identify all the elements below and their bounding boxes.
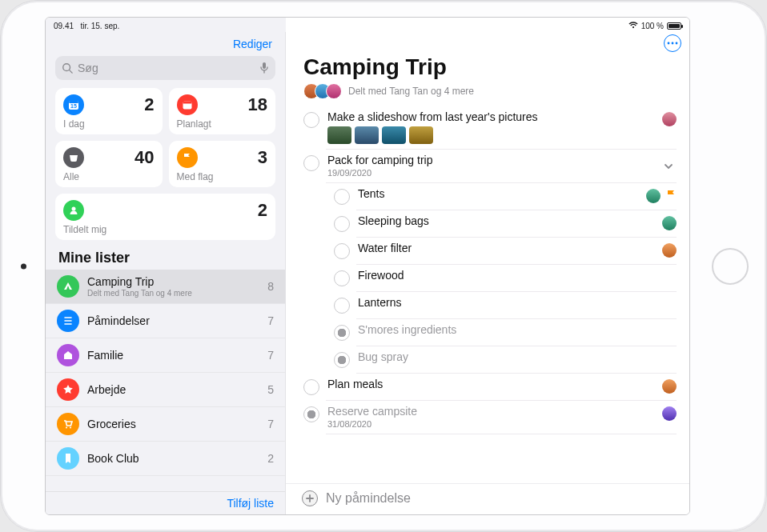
task-row[interactable]: Plan meals <box>286 373 689 400</box>
task-title: Reserve campsite <box>327 405 654 418</box>
shared-with-row[interactable]: Delt med Tang Tan og 4 mere <box>286 80 689 106</box>
task-checkbox[interactable] <box>334 325 350 341</box>
assignee-avatar <box>662 243 677 258</box>
svg-point-8 <box>72 207 76 211</box>
smart-list-today[interactable]: 15 2 I dag <box>55 88 163 134</box>
list-name: Camping Trip <box>87 275 259 288</box>
photo-thumb[interactable] <box>355 126 379 144</box>
mic-icon[interactable] <box>259 62 269 74</box>
list-row-work[interactable]: Arbejde 5 <box>46 373 285 407</box>
task-checkbox[interactable] <box>334 298 350 314</box>
home-button[interactable] <box>712 248 749 285</box>
smart-list-scheduled[interactable]: 18 Planlagt <box>169 88 276 134</box>
wifi-icon <box>628 21 638 30</box>
task-row[interactable]: Lanterns <box>286 291 689 318</box>
attachment-thumbnails[interactable] <box>327 126 654 144</box>
photo-thumb[interactable] <box>409 126 433 144</box>
assignee-avatar <box>662 406 677 421</box>
list-subtitle: Delt med Tang Tan og 4 mere <box>87 289 259 298</box>
assignee-avatar <box>646 189 661 203</box>
new-reminder-button[interactable]: Ny påmindelse <box>286 483 689 514</box>
list-title: Camping Trip <box>303 54 672 80</box>
task-row[interactable]: Sleeping bags <box>286 210 689 237</box>
task-title: Pack for camping trip <box>327 154 653 166</box>
svg-line-1 <box>70 70 73 74</box>
task-checkbox[interactable] <box>334 270 350 286</box>
tasks-list: Make a slideshow from last year's pictur… <box>286 106 689 483</box>
battery-pct: 100 % <box>641 22 664 30</box>
assignee-avatar <box>662 216 677 230</box>
list-row-reminders[interactable]: Påmindelser 7 <box>46 304 285 338</box>
task-row[interactable]: Reserve campsite 31/08/2020 <box>286 400 689 434</box>
task-title: Plan meals <box>327 378 654 390</box>
svg-point-10 <box>70 427 71 429</box>
svg-point-12 <box>672 42 674 45</box>
assignee-avatar <box>662 379 677 394</box>
edit-button[interactable]: Rediger <box>233 38 272 50</box>
svg-rect-7 <box>183 102 191 104</box>
task-row[interactable]: Water filter <box>286 237 689 264</box>
flag-icon <box>177 147 198 168</box>
search-placeholder: Søg <box>78 62 255 74</box>
search-input[interactable]: Søg <box>55 56 275 80</box>
task-checkbox[interactable] <box>303 112 319 128</box>
ellipsis-icon <box>667 42 678 45</box>
smart-list-all[interactable]: 40 Alle <box>55 141 163 187</box>
task-row[interactable]: Make a slideshow from last year's pictur… <box>286 106 689 149</box>
sidebar: Rediger Søg 15 2 <box>46 32 286 514</box>
add-list-button[interactable]: Tilføj liste <box>46 491 285 514</box>
task-checkbox[interactable] <box>334 216 350 232</box>
avatar <box>326 83 342 99</box>
lists-container: Camping Trip Delt med Tang Tan og 4 mere… <box>46 270 285 491</box>
task-row[interactable]: Bug spray <box>286 346 689 373</box>
task-row[interactable]: Firewood <box>286 264 689 291</box>
task-title: Firewood <box>358 269 677 282</box>
list-name: Book Club <box>87 452 259 465</box>
task-title: Lanterns <box>358 296 677 309</box>
assignee-avatar <box>662 112 677 126</box>
all-count: 40 <box>135 147 154 168</box>
shared-avatars <box>303 83 342 99</box>
chevron-down-icon[interactable] <box>661 155 677 176</box>
star-icon <box>57 378 79 401</box>
list-name: Groceries <box>87 418 259 430</box>
task-row[interactable]: S'mores ingredients <box>286 318 689 346</box>
plus-circle-icon <box>302 490 318 506</box>
cart-icon <box>57 413 79 435</box>
assigned-count: 2 <box>258 200 267 221</box>
photo-thumb[interactable] <box>327 126 351 144</box>
flag-icon <box>665 189 677 203</box>
status-bar: 09.41 tir. 15. sep. 100 % <box>46 18 689 32</box>
task-checkbox[interactable] <box>303 379 319 395</box>
my-lists-header: Mine lister <box>46 240 285 270</box>
task-title: S'mores ingredients <box>358 323 677 336</box>
more-button[interactable] <box>664 34 681 52</box>
svg-point-9 <box>66 427 67 429</box>
task-checkbox[interactable] <box>303 406 319 422</box>
smart-list-assigned[interactable]: 2 Tildelt mig <box>55 194 275 240</box>
smart-list-flagged[interactable]: 3 Med flag <box>169 141 276 187</box>
list-row-bookclub[interactable]: Book Club 2 <box>46 442 285 476</box>
calendar-today-icon: 15 <box>63 94 84 115</box>
today-count: 2 <box>144 94 154 115</box>
task-checkbox[interactable] <box>334 352 350 368</box>
task-row[interactable]: Pack for camping trip 19/09/2020 <box>286 149 689 182</box>
photo-thumb[interactable] <box>382 126 406 144</box>
flagged-count: 3 <box>258 147 267 168</box>
task-checkbox[interactable] <box>334 189 350 205</box>
status-date: tir. 15. sep. <box>80 22 119 30</box>
task-row[interactable]: Tents <box>286 182 689 210</box>
task-checkbox[interactable] <box>334 243 350 259</box>
task-checkbox[interactable] <box>303 155 319 171</box>
today-label: I dag <box>63 118 155 130</box>
list-count: 7 <box>267 418 274 430</box>
new-reminder-label: Ny påmindelse <box>326 491 411 506</box>
list-row-camping[interactable]: Camping Trip Delt med Tang Tan og 4 mere… <box>46 270 285 304</box>
list-row-family[interactable]: Familie 7 <box>46 338 285 373</box>
svg-point-13 <box>676 42 678 45</box>
all-label: Alle <box>63 171 155 182</box>
list-row-groceries[interactable]: Groceries 7 <box>46 407 285 442</box>
calendar-icon <box>177 94 198 115</box>
list-count: 7 <box>267 349 274 362</box>
list-count: 2 <box>267 452 274 465</box>
